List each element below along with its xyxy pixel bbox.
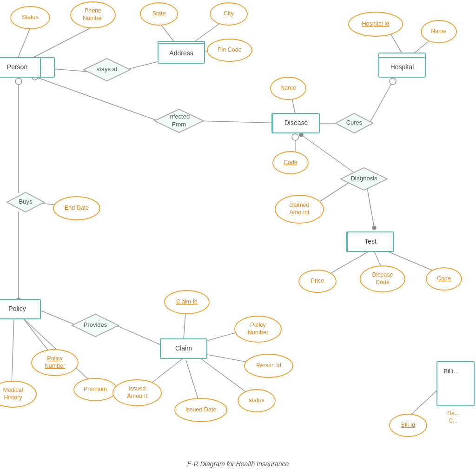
svg-point-29 [15,78,22,85]
svg-text:Premium: Premium [84,386,107,392]
svg-line-9 [198,121,284,123]
svg-text:Medical: Medical [3,387,23,393]
svg-point-21 [299,133,303,137]
svg-text:Test: Test [364,238,377,245]
diagram-title: E-R Diagram for Health Insaurance [0,460,476,468]
svg-text:status: status [249,397,264,403]
svg-text:Amount: Amount [289,209,310,216]
svg-line-7 [35,77,158,121]
svg-text:End Date: End Date [65,205,89,211]
svg-text:Hospital: Hospital [390,63,414,71]
svg-text:From: From [172,121,186,128]
svg-text:Issued: Issued [129,385,146,392]
svg-text:Issued Date: Issued Date [185,406,217,413]
svg-text:Number: Number [248,329,268,336]
svg-text:Name: Name [431,28,446,34]
svg-text:Pin Code: Pin Code [218,46,241,53]
svg-text:History: History [4,394,23,401]
er-diagram: PersonAddressDiseaseHospitalTestPolicyCl… [0,0,476,476]
svg-line-36 [37,309,77,325]
svg-text:Status: Status [22,14,38,20]
svg-point-23 [372,226,376,230]
svg-text:Disease: Disease [372,271,393,278]
svg-text:Price: Price [311,278,324,284]
svg-text:Code: Code [437,275,451,282]
svg-text:Buys: Buys [19,198,33,205]
svg-text:Policy: Policy [47,355,63,362]
svg-text:Infected: Infected [168,113,190,120]
svg-text:Policy: Policy [250,322,266,328]
svg-text:stays at: stays at [97,66,118,73]
svg-text:Amount: Amount [127,393,147,399]
svg-text:Billi...: Billi... [443,368,458,375]
svg-line-26 [374,251,381,267]
svg-text:Bill Id: Bill Id [401,422,416,428]
svg-line-43 [186,360,200,404]
svg-text:Disease: Disease [284,119,308,126]
svg-point-13 [292,134,298,140]
svg-line-35 [12,318,14,386]
svg-text:Number: Number [45,363,65,369]
svg-text:Code: Code [284,159,298,165]
svg-text:Person: Person [7,63,27,71]
svg-line-20 [301,135,353,172]
svg-text:Diagnosis: Diagnosis [350,175,377,182]
svg-text:State: State [152,10,165,17]
svg-text:Code: Code [376,279,390,285]
svg-text:Policy: Policy [8,305,26,312]
svg-text:Number: Number [83,15,103,21]
svg-text:Hospital Id: Hospital Id [362,20,389,27]
svg-text:Cures: Cures [346,119,363,126]
svg-text:De...: De... [447,410,459,416]
svg-line-15 [370,81,393,123]
svg-text:City: City [224,10,234,17]
svg-text:Name: Name [280,85,296,91]
svg-text:Phone: Phone [85,7,101,14]
svg-text:C...: C... [449,417,458,424]
svg-point-17 [390,78,396,85]
svg-text:claimed: claimed [289,202,309,208]
svg-text:Claim Id: Claim Id [176,298,198,305]
svg-text:Provides: Provides [84,321,107,328]
svg-line-22 [367,188,374,228]
svg-text:Address: Address [169,49,193,57]
svg-text:Claim: Claim [175,344,192,352]
svg-text:Person Id: Person Id [256,362,281,369]
